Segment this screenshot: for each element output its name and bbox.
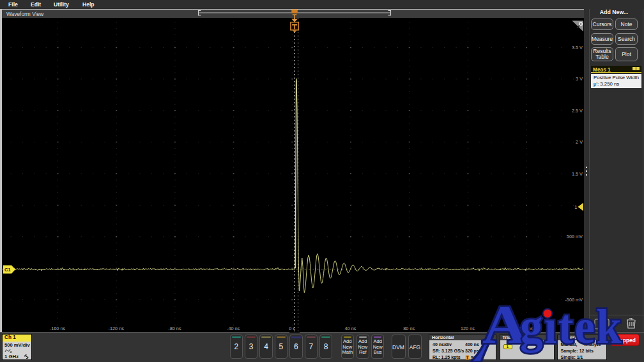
svg-text:C1: C1 bbox=[4, 267, 11, 273]
svg-text:3 V: 3 V bbox=[576, 76, 583, 82]
svg-text:80 ns: 80 ns bbox=[403, 326, 415, 331]
svg-text:-160 ns: -160 ns bbox=[50, 326, 66, 331]
svg-text:2.5 V: 2.5 V bbox=[572, 108, 583, 114]
svg-text:500 mV: 500 mV bbox=[567, 234, 583, 239]
svg-text:160 ns: 160 ns bbox=[519, 326, 533, 331]
svg-text:-120 ns: -120 ns bbox=[109, 326, 125, 331]
svg-text:1.5 V: 1.5 V bbox=[572, 171, 583, 177]
svg-text:-40 ns: -40 ns bbox=[227, 326, 240, 331]
svg-text:1: 1 bbox=[574, 204, 577, 210]
svg-text:120 ns: 120 ns bbox=[461, 326, 475, 331]
svg-text:-80 ns: -80 ns bbox=[168, 326, 181, 331]
svg-text:3.5 V: 3.5 V bbox=[572, 45, 583, 50]
svg-text:40 ns: 40 ns bbox=[345, 326, 356, 331]
svg-text:0 s: 0 s bbox=[289, 326, 295, 331]
svg-text:2 V: 2 V bbox=[576, 139, 583, 145]
svg-text:-500 mV: -500 mV bbox=[565, 297, 583, 303]
